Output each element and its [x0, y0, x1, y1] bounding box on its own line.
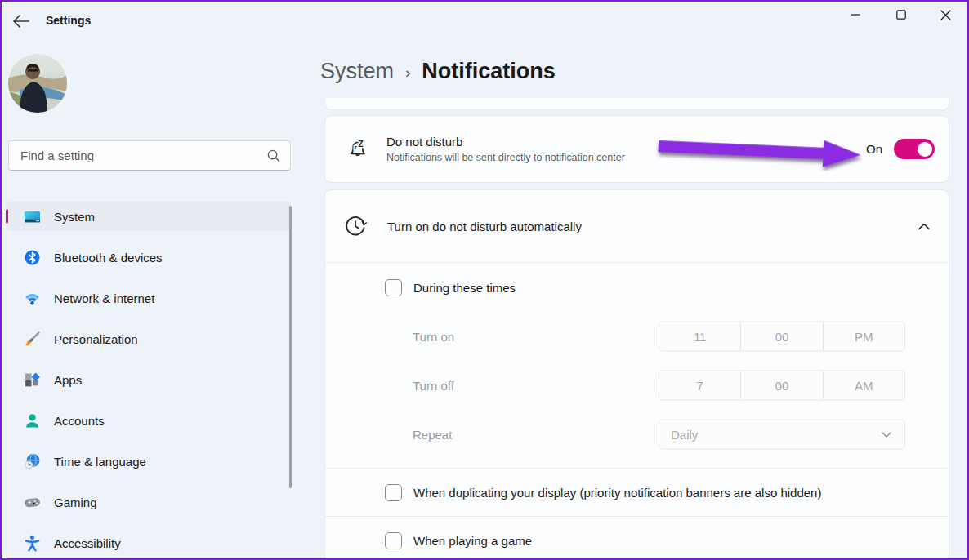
svg-text:Z: Z [359, 139, 364, 148]
sidebar: Find a setting [2, 41, 304, 558]
sidebar-item-label: Personalization [54, 332, 138, 346]
sidebar-item-label: System [54, 210, 95, 224]
auto-dnd-header-label: Turn on do not disturb automatically [387, 220, 918, 233]
chevron-down-icon [882, 431, 891, 438]
minute-field[interactable]: 00 [740, 322, 822, 351]
duplicating-display-checkbox[interactable] [385, 484, 402, 501]
turn-off-time-picker[interactable]: 7 00 AM [659, 371, 905, 401]
sidebar-item-gaming[interactable]: Gaming [6, 487, 291, 517]
sidebar-item-label: Gaming [54, 496, 97, 509]
sidebar-item-time-language[interactable]: Time & language [6, 447, 291, 476]
gamepad-icon [24, 494, 41, 511]
clock-auto-icon [344, 215, 367, 238]
window-title: Settings [46, 14, 91, 27]
toggle-state-label: On [866, 142, 882, 156]
sidebar-item-personalization[interactable]: Personalization [6, 324, 291, 353]
user-avatar[interactable] [8, 54, 67, 113]
sidebar-item-network-internet[interactable]: Network & internet [6, 283, 291, 313]
turn-on-time-picker[interactable]: 11 00 PM [659, 322, 905, 352]
minimize-button[interactable] [837, 2, 874, 28]
hour-field[interactable]: 11 [659, 322, 740, 351]
svg-text:z: z [354, 143, 357, 150]
during-these-times-checkbox[interactable] [385, 279, 402, 296]
dnd-text-block: Do not disturb Notifications will be sen… [386, 135, 625, 163]
sidebar-item-label: Accounts [54, 414, 105, 428]
repeat-dropdown[interactable]: Daily [659, 420, 905, 450]
search-icon [266, 149, 280, 162]
ampm-field[interactable]: AM [823, 371, 904, 400]
sidebar-nav: System Bluetooth & devices [6, 202, 291, 560]
do-not-disturb-card: z Z Do not disturb Notifications will be… [324, 115, 949, 183]
sidebar-item-label: Accessibility [54, 536, 121, 550]
sidebar-item-label: Bluetooth & devices [54, 251, 163, 264]
search-input[interactable]: Find a setting [8, 140, 291, 171]
sidebar-item-system[interactable]: System [6, 202, 291, 231]
maximize-icon [896, 10, 906, 20]
repeat-label: Repeat [413, 428, 452, 442]
auto-dnd-card: Turn on do not disturb automatically Dur… [324, 189, 949, 560]
previous-card-edge [324, 98, 949, 110]
close-button[interactable] [927, 2, 964, 28]
turn-off-row: Turn off 7 00 AM [325, 361, 949, 410]
settings-window: Settings [0, 0, 969, 560]
sidebar-item-apps[interactable]: Apps [6, 365, 291, 394]
sidebar-item-accounts[interactable]: Accounts [6, 406, 291, 435]
breadcrumb-separator: › [405, 64, 410, 82]
dnd-toggle-group: On [866, 139, 935, 159]
hour-field[interactable]: 7 [659, 371, 740, 400]
breadcrumb: System › Notifications [320, 59, 556, 84]
person-icon [24, 412, 41, 429]
turn-on-row: Turn on 11 00 PM [325, 312, 949, 361]
avatar-photo [8, 54, 67, 113]
wifi-icon [24, 290, 41, 307]
duplicating-display-row: When duplicating your display (priority … [325, 469, 949, 516]
titlebar: Settings [2, 2, 967, 41]
dnd-title: Do not disturb [386, 135, 625, 149]
sidebar-item-label: Network & internet [54, 291, 154, 305]
back-button[interactable] [11, 13, 34, 31]
do-not-disturb-toggle[interactable] [894, 139, 935, 159]
main-content: System › Notifications z Z Do not distur… [304, 41, 967, 558]
close-icon [940, 10, 951, 20]
accessibility-figure-icon [24, 535, 41, 552]
apps-grid-icon [24, 371, 41, 389]
minute-field[interactable]: 00 [740, 371, 822, 400]
playing-game-row: When playing a game [325, 517, 949, 560]
playing-game-label: When playing a game [413, 534, 532, 548]
sidebar-item-bluetooth-devices[interactable]: Bluetooth & devices [6, 242, 291, 272]
turn-on-label: Turn on [413, 330, 454, 344]
sidebar-item-accessibility[interactable]: Accessibility [6, 528, 291, 558]
during-these-times-label: During these times [413, 281, 516, 295]
breadcrumb-parent[interactable]: System [320, 59, 394, 84]
chevron-up-icon[interactable] [918, 223, 930, 230]
minimize-icon [851, 10, 860, 20]
globe-clock-icon [24, 453, 41, 470]
ampm-field[interactable]: PM [823, 322, 904, 351]
duplicating-display-label: When duplicating your display (priority … [413, 486, 821, 500]
repeat-value: Daily [671, 428, 882, 442]
maximize-button[interactable] [882, 2, 920, 28]
during-these-times-row: During these times [325, 263, 949, 312]
repeat-row: Repeat Daily [325, 410, 949, 459]
search-placeholder: Find a setting [20, 149, 266, 162]
system-display-icon [24, 208, 41, 225]
dnd-subtitle: Notifications will be sent directly to n… [386, 152, 625, 163]
auto-dnd-header[interactable]: Turn on do not disturb automatically [325, 190, 949, 262]
paintbrush-icon [24, 331, 41, 348]
sidebar-scrollbar[interactable] [289, 206, 292, 488]
selected-accent-bar [6, 210, 8, 224]
playing-game-checkbox[interactable] [385, 532, 402, 549]
arrow-left-icon [11, 13, 31, 29]
spacer [325, 459, 949, 468]
page-title: Notifications [422, 59, 556, 84]
turn-off-label: Turn off [413, 379, 454, 393]
sidebar-item-label: Apps [54, 373, 82, 387]
toggle-knob [918, 142, 932, 157]
sidebar-item-label: Time & language [54, 455, 146, 469]
bluetooth-icon [24, 249, 41, 266]
bell-sleep-icon: z Z [346, 137, 370, 162]
